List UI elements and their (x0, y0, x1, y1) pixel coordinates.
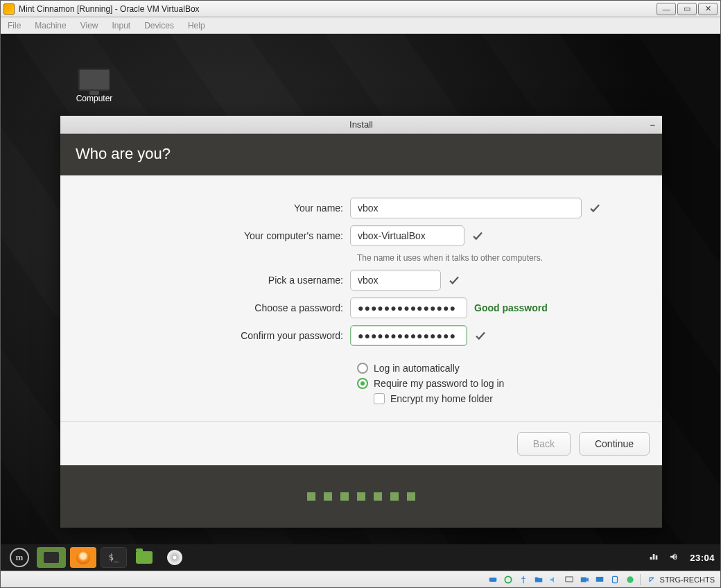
svg-rect-4 (596, 576, 603, 581)
checkmark-icon (471, 230, 484, 242)
hostname-input[interactable] (350, 225, 464, 246)
vbox-titlebar: Mint Cinnamon [Running] - Oracle VM Virt… (1, 1, 720, 17)
mint-taskbar: m $_ 23:04 (1, 544, 720, 571)
label-username: Pick a username: (60, 275, 350, 286)
network-tray-icon[interactable] (648, 551, 659, 564)
progress-dot (357, 492, 365, 501)
progress-dot (324, 492, 332, 501)
label-hostname: Your computer's name: (60, 230, 350, 241)
menu-help[interactable]: Help (181, 21, 212, 31)
installer-window: Install – Who are you? Your name: Your c… (60, 116, 662, 528)
vbox-menubar: File Machine View Input Devices Help (1, 17, 720, 34)
installer-task-button[interactable] (162, 547, 188, 568)
vbox-usb-icon[interactable] (518, 574, 529, 585)
virtualbox-logo-icon (3, 3, 15, 15)
option-require-password[interactable]: Require my password to log in (357, 378, 662, 389)
progress-dot (390, 492, 399, 501)
vbox-recording-icon[interactable] (579, 574, 590, 585)
maximize-button[interactable]: ▭ (677, 3, 697, 15)
installer-minimize-button[interactable]: – (650, 119, 655, 130)
svg-point-6 (627, 576, 633, 582)
installer-window-title: Install (349, 119, 373, 130)
svg-rect-3 (580, 577, 586, 582)
vbox-window-title: Mint Cinnamon [Running] - Oracle VM Virt… (19, 4, 200, 14)
vbox-shared-folders-icon[interactable] (533, 574, 544, 585)
monitor-icon (78, 69, 110, 91)
volume-tray-icon[interactable] (669, 551, 680, 564)
checkbox-icon (374, 393, 385, 404)
vbox-statusbar: STRG-RECHTS (1, 571, 720, 587)
desktop-icon (44, 552, 59, 563)
label-password: Choose a password: (60, 302, 350, 313)
disc-icon (167, 550, 182, 565)
username-input[interactable] (350, 270, 441, 291)
vbox-audio-icon[interactable] (548, 574, 559, 585)
confirm-password-input[interactable] (350, 325, 467, 346)
firefox-icon (76, 551, 90, 564)
option-require-password-label: Require my password to log in (374, 378, 504, 389)
svg-rect-0 (489, 578, 496, 582)
progress-dot (307, 492, 315, 501)
checkmark-icon (474, 329, 487, 342)
vbox-drag-drop-icon[interactable] (625, 574, 636, 585)
mint-logo-icon: m (10, 548, 29, 567)
desktop-icon-computer[interactable]: Computer (67, 69, 122, 103)
menu-file[interactable]: File (1, 21, 28, 31)
vbox-display-icon[interactable] (564, 574, 575, 585)
svg-rect-5 (612, 576, 617, 582)
vbox-clipboard-icon[interactable] (609, 574, 620, 585)
password-strength-label: Good password (474, 302, 548, 313)
menu-devices[interactable]: Devices (137, 21, 181, 31)
installer-heading: Who are you? (60, 134, 662, 175)
option-auto-login-label: Log in automatically (374, 363, 460, 374)
password-input[interactable] (350, 297, 467, 318)
hostkey-label: STRG-RECHTS (660, 576, 715, 584)
menu-input[interactable]: Input (105, 21, 138, 31)
progress-dot (407, 492, 415, 501)
firefox-launcher[interactable] (70, 547, 96, 568)
minimize-button[interactable]: — (657, 3, 676, 15)
continue-button[interactable]: Continue (579, 432, 650, 456)
progress-dot (374, 492, 382, 501)
menu-view[interactable]: View (73, 21, 105, 31)
radio-checked-icon (357, 378, 368, 389)
your-name-input[interactable] (350, 198, 582, 218)
menu-machine[interactable]: Machine (28, 21, 73, 31)
installer-progress-dots (60, 465, 662, 528)
progress-dot (340, 492, 349, 501)
desktop-icon-label: Computer (67, 94, 122, 103)
installer-titlebar[interactable]: Install – (60, 116, 662, 134)
taskbar-clock[interactable]: 23:04 (690, 553, 715, 563)
svg-rect-2 (565, 576, 573, 581)
option-encrypt-home-label: Encrypt my home folder (390, 393, 493, 404)
hostname-hint: The name it uses when it talks to other … (357, 253, 662, 263)
radio-icon (357, 363, 368, 374)
vbox-hdd-icon[interactable] (487, 574, 498, 585)
checkmark-icon (448, 274, 460, 286)
close-button[interactable]: ✕ (698, 3, 718, 15)
svg-point-1 (505, 576, 511, 582)
option-encrypt-home[interactable]: Encrypt my home folder (374, 393, 662, 404)
terminal-icon: $_ (109, 553, 119, 562)
label-your-name: Your name: (60, 202, 350, 214)
hostkey-arrow-icon (646, 574, 657, 585)
mint-menu-button[interactable]: m (6, 547, 33, 568)
vbox-optical-icon[interactable] (503, 574, 514, 585)
files-launcher[interactable] (131, 547, 157, 568)
option-auto-login[interactable]: Log in automatically (357, 363, 662, 374)
checkmark-icon (589, 202, 601, 214)
terminal-launcher[interactable]: $_ (101, 547, 127, 568)
show-desktop-button[interactable] (37, 547, 66, 568)
back-button[interactable]: Back (517, 432, 571, 456)
label-confirm-password: Confirm your password: (60, 330, 350, 341)
vbox-network-icon[interactable] (594, 574, 605, 585)
folder-icon (136, 551, 153, 564)
